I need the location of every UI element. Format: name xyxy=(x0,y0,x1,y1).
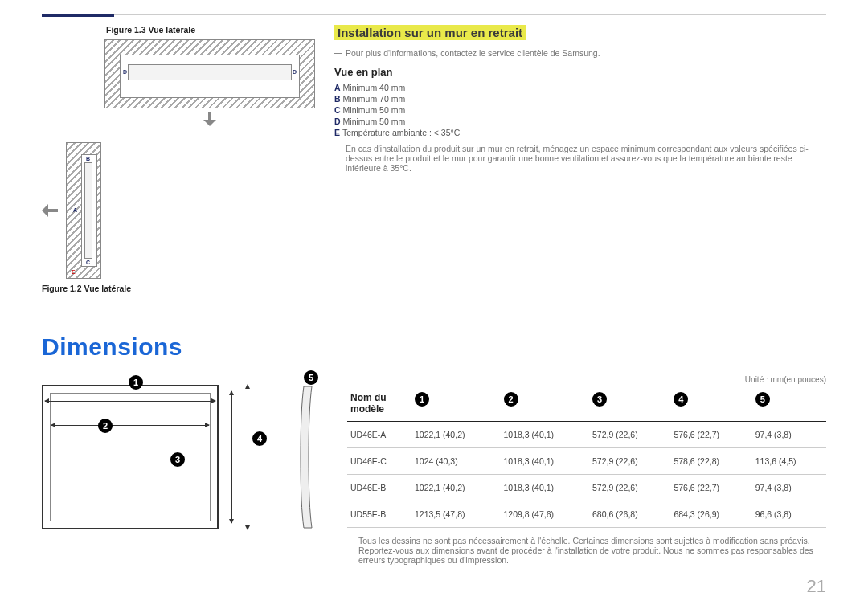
arrow-down-icon xyxy=(203,112,217,128)
figure-1-2-side-view: B A C E xyxy=(42,142,315,279)
spec-d-value: Minimum 50 mm xyxy=(343,116,406,126)
cell: 1018,3 (40,1) xyxy=(501,422,590,448)
cell: 113,6 (4,5) xyxy=(752,448,826,475)
dimensions-table: Nom du modèle 1 2 3 4 5 UD46E-A 1022,1 (… xyxy=(347,387,826,528)
figures-column: Figure 1.3 Vue latérale D D B A xyxy=(42,25,315,293)
callout-3: 3 xyxy=(170,452,185,467)
table-row: UD46E-B 1022,1 (40,2) 1018,3 (40,1) 572,… xyxy=(347,475,826,501)
install-heading: Installation sur un mur en retrait xyxy=(334,25,526,40)
cell: 572,9 (22,6) xyxy=(589,475,670,501)
cell: 1022,1 (40,2) xyxy=(411,422,501,448)
cell: 576,6 (22,7) xyxy=(670,475,751,501)
callout-2: 2 xyxy=(98,419,113,433)
spec-c-value: Minimum 50 mm xyxy=(343,105,406,115)
unit-label: Unité : mm(en pouces) xyxy=(347,375,826,384)
plan-view-heading: Vue en plan xyxy=(334,66,826,78)
cell: 1024 (40,3) xyxy=(411,448,501,475)
spec-a-value: Minimum 40 mm xyxy=(343,83,406,92)
th-col4: 4 xyxy=(674,392,688,407)
install-contact-note: Pour plus d'informations, contactez le s… xyxy=(334,48,826,58)
figure-1-2-caption: Figure 1.2 Vue latérale xyxy=(42,284,315,293)
cell: 1022,1 (40,2) xyxy=(411,475,501,501)
table-row: UD46E-C 1024 (40,3) 1018,3 (40,1) 572,9 … xyxy=(347,448,826,475)
callout-4: 4 xyxy=(252,431,267,446)
callout-5: 5 xyxy=(304,370,318,385)
install-text-column: Installation sur un mur en retrait Pour … xyxy=(334,25,826,293)
label-a: A xyxy=(73,207,77,213)
top-rule xyxy=(42,14,826,15)
cell: 1209,8 (47,6) xyxy=(501,501,590,528)
callout-1: 1 xyxy=(129,375,143,390)
spec-a: AMinimum 40 mm xyxy=(334,83,826,92)
th-model: Nom du modèle xyxy=(347,387,411,422)
label-c: C xyxy=(86,260,90,265)
spec-d: DMinimum 50 mm xyxy=(334,116,826,126)
cell: 1213,5 (47,8) xyxy=(411,501,501,528)
table-row: UD46E-A 1022,1 (40,2) 1018,3 (40,1) 572,… xyxy=(347,422,826,448)
cell: 576,6 (22,7) xyxy=(670,422,751,448)
cell: 578,6 (22,8) xyxy=(670,448,751,475)
spec-e: ETempérature ambiante : < 35°C xyxy=(334,128,826,137)
cell: 1018,3 (40,1) xyxy=(501,448,590,475)
label-b: B xyxy=(86,156,90,161)
cell-model: UD46E-A xyxy=(347,422,411,448)
th-col1: 1 xyxy=(415,392,429,407)
cell: 1018,3 (40,1) xyxy=(501,475,590,501)
figure-1-3-top-view: D D xyxy=(104,39,315,108)
page-number: 21 xyxy=(807,576,826,597)
cell: 572,9 (22,6) xyxy=(589,448,670,475)
arrow-left-icon xyxy=(42,203,59,218)
side-profile-icon xyxy=(299,385,317,529)
dimensions-note: Tous les dessins ne sont pas nécessairem… xyxy=(347,536,826,565)
dimensions-heading: Dimensions xyxy=(42,333,826,361)
cell: 96,6 (3,8) xyxy=(752,501,826,528)
install-warning: En cas d'installation du produit sur un … xyxy=(334,144,826,173)
spec-b-value: Minimum 70 mm xyxy=(343,94,406,104)
label-d-right: D xyxy=(293,69,297,75)
cell: 97,4 (3,8) xyxy=(752,475,826,501)
th-col3: 3 xyxy=(592,392,607,407)
cell: 572,9 (22,6) xyxy=(589,422,670,448)
cell: 684,3 (26,9) xyxy=(670,501,751,528)
dimensions-diagram: 1 2 3 4 5 xyxy=(42,375,315,560)
cell-model: UD46E-C xyxy=(347,448,411,475)
label-e: E xyxy=(72,269,76,275)
spec-c: CMinimum 50 mm xyxy=(334,105,826,115)
cell-model: UD46E-B xyxy=(347,475,411,501)
cell: 680,6 (26,8) xyxy=(589,501,670,528)
table-row: UD55E-B 1213,5 (47,8) 1209,8 (47,6) 680,… xyxy=(347,501,826,528)
cell: 97,4 (3,8) xyxy=(752,422,826,448)
th-col5: 5 xyxy=(755,392,770,407)
spec-e-value: Température ambiante : < 35°C xyxy=(342,128,460,137)
cell-model: UD55E-B xyxy=(347,501,411,528)
spec-b: BMinimum 70 mm xyxy=(334,94,826,104)
label-d-left: D xyxy=(123,69,127,75)
th-col2: 2 xyxy=(504,392,518,407)
figure-1-3-caption: Figure 1.3 Vue latérale xyxy=(106,25,315,35)
